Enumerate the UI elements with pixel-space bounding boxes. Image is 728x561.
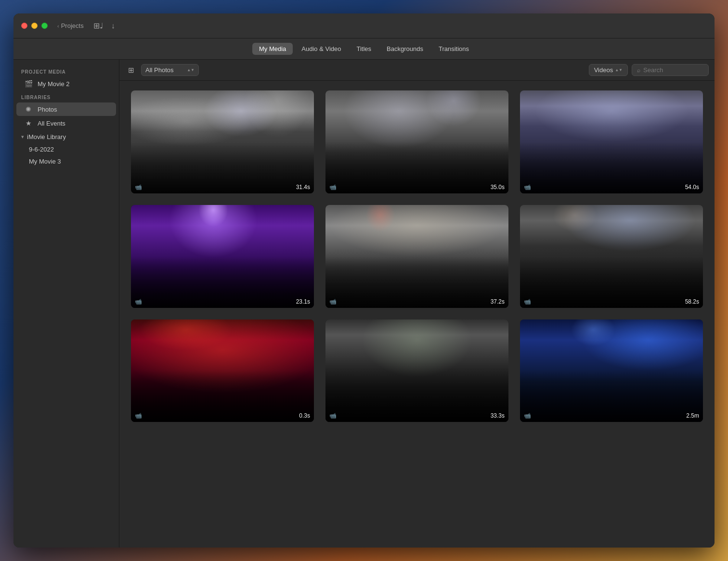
back-chevron-icon: ‹ bbox=[57, 23, 59, 29]
media-thumbnail: 📹 31.4s bbox=[131, 90, 314, 193]
media-overlay: 📹 2.5m bbox=[520, 412, 703, 419]
video-filter-label: Videos bbox=[594, 66, 613, 74]
star-icon: ★ bbox=[24, 119, 33, 127]
media-overlay: 📹 35.0s bbox=[325, 184, 508, 191]
duration-label: 2.5m bbox=[686, 412, 699, 419]
video-camera-icon: 📹 bbox=[524, 298, 531, 305]
filter-label: All Photos bbox=[145, 66, 174, 74]
search-input[interactable] bbox=[643, 66, 701, 74]
media-thumbnail: 📹 58.2s bbox=[520, 205, 703, 308]
media-grid: 📹 31.4s 📹 35.0s bbox=[119, 81, 715, 548]
video-camera-icon: 📹 bbox=[135, 184, 142, 191]
duration-label: 58.2s bbox=[685, 298, 699, 305]
film-icon: 🎬 bbox=[24, 80, 33, 88]
media-overlay: 📹 37.2s bbox=[325, 298, 508, 305]
duration-label: 35.0s bbox=[491, 184, 505, 191]
libraries-header: LIBRARIES bbox=[13, 91, 119, 102]
media-item[interactable]: 📹 37.2s bbox=[325, 205, 508, 308]
minimize-button[interactable] bbox=[31, 23, 38, 29]
media-item[interactable]: 📹 35.0s bbox=[325, 90, 508, 193]
media-item[interactable]: 📹 54.0s bbox=[520, 90, 703, 193]
video-camera-icon: 📹 bbox=[524, 412, 531, 419]
video-camera-icon: 📹 bbox=[135, 412, 142, 419]
media-thumbnail: 📹 2.5m bbox=[520, 319, 703, 422]
sidebar-item-9-6-2022[interactable]: 9-6-2022 bbox=[13, 143, 119, 155]
media-item[interactable]: 📹 2.5m bbox=[520, 319, 703, 422]
grid-view-button[interactable]: ⊞ bbox=[125, 64, 137, 76]
media-overlay: 📹 0.3s bbox=[131, 412, 314, 419]
traffic-lights bbox=[21, 23, 48, 29]
media-item[interactable]: 📹 23.1s bbox=[131, 205, 314, 308]
sidebar: PROJECT MEDIA 🎬 My Movie 2 LIBRARIES ✺ P… bbox=[13, 60, 119, 548]
main-area: PROJECT MEDIA 🎬 My Movie 2 LIBRARIES ✺ P… bbox=[13, 60, 715, 548]
search-icon: ⌕ bbox=[637, 67, 640, 74]
media-overlay: 📹 33.3s bbox=[325, 412, 508, 419]
chevron-down-icon: ▾ bbox=[21, 134, 24, 140]
duration-label: 54.0s bbox=[685, 184, 699, 191]
video-camera-icon: 📹 bbox=[135, 298, 142, 305]
media-thumbnail: 📹 33.3s bbox=[325, 319, 508, 422]
projects-label: Projects bbox=[61, 22, 84, 29]
sidebar-imovie-library[interactable]: ▾ iMovie Library bbox=[13, 130, 119, 143]
media-overlay: 📹 54.0s bbox=[520, 184, 703, 191]
duration-label: 23.1s bbox=[296, 298, 310, 305]
sidebar-group-label: iMovie Library bbox=[27, 133, 66, 140]
sidebar-item-my-movie-3[interactable]: My Movie 3 bbox=[13, 155, 119, 167]
tab-backgrounds[interactable]: Backgrounds bbox=[380, 43, 430, 55]
video-camera-icon: 📹 bbox=[524, 184, 531, 191]
search-bar: ⌕ bbox=[632, 64, 709, 76]
video-camera-icon: 📹 bbox=[329, 184, 337, 191]
media-item[interactable]: 📹 58.2s bbox=[520, 205, 703, 308]
media-item[interactable]: 📹 0.3s bbox=[131, 319, 314, 422]
tab-titles[interactable]: Titles bbox=[350, 43, 378, 55]
media-thumbnail: 📹 23.1s bbox=[131, 205, 314, 308]
titlebar: ‹ Projects ⊞♩ ↓ bbox=[13, 13, 715, 38]
sidebar-item-all-events[interactable]: ★ All Events bbox=[16, 116, 116, 130]
grid-music-icon[interactable]: ⊞♩ bbox=[93, 21, 104, 30]
media-thumbnail: 📹 0.3s bbox=[131, 319, 314, 422]
duration-label: 33.3s bbox=[491, 412, 505, 419]
sidebar-item-label: Photos bbox=[38, 106, 57, 113]
media-thumbnail: 📹 37.2s bbox=[325, 205, 508, 308]
filter-select[interactable]: All Photos ▲▼ bbox=[141, 64, 199, 76]
content-panel: ⊞ All Photos ▲▼ Videos ▲▼ ⌕ bbox=[119, 60, 715, 548]
download-icon[interactable]: ↓ bbox=[111, 22, 115, 30]
video-filter-select[interactable]: Videos ▲▼ bbox=[589, 64, 628, 76]
sidebar-item-photos[interactable]: ✺ Photos bbox=[16, 102, 116, 116]
media-overlay: 📹 23.1s bbox=[131, 298, 314, 305]
video-camera-icon: 📹 bbox=[329, 412, 337, 419]
tab-audio-video[interactable]: Audio & Video bbox=[295, 43, 348, 55]
app-window: ‹ Projects ⊞♩ ↓ My Media Audio & Video T… bbox=[13, 13, 715, 548]
video-filter-arrows-icon: ▲▼ bbox=[615, 68, 623, 72]
media-thumbnail: 📹 35.0s bbox=[325, 90, 508, 193]
duration-label: 31.4s bbox=[296, 184, 310, 191]
content-toolbar: ⊞ All Photos ▲▼ Videos ▲▼ ⌕ bbox=[119, 60, 715, 81]
media-overlay: 📹 31.4s bbox=[131, 184, 314, 191]
close-button[interactable] bbox=[21, 23, 27, 29]
tab-transitions[interactable]: Transitions bbox=[432, 43, 476, 55]
photos-icon: ✺ bbox=[24, 105, 33, 113]
nav-tabs: My Media Audio & Video Titles Background… bbox=[13, 38, 715, 60]
media-thumbnail: 📹 54.0s bbox=[520, 90, 703, 193]
video-camera-icon: 📹 bbox=[329, 298, 337, 305]
sidebar-item-my-movie-2[interactable]: 🎬 My Movie 2 bbox=[16, 77, 116, 90]
sidebar-item-label: All Events bbox=[38, 120, 65, 127]
filter-arrows-icon: ▲▼ bbox=[187, 68, 195, 72]
titlebar-icons: ⊞♩ ↓ bbox=[93, 21, 115, 30]
project-media-header: PROJECT MEDIA bbox=[13, 65, 119, 76]
projects-button[interactable]: ‹ Projects bbox=[57, 22, 84, 29]
media-item[interactable]: 📹 31.4s bbox=[131, 90, 314, 193]
duration-label: 37.2s bbox=[491, 298, 505, 305]
fullscreen-button[interactable] bbox=[41, 23, 48, 29]
media-overlay: 📹 58.2s bbox=[520, 298, 703, 305]
duration-label: 0.3s bbox=[299, 412, 310, 419]
tab-my-media[interactable]: My Media bbox=[252, 43, 293, 55]
media-item[interactable]: 📹 33.3s bbox=[325, 319, 508, 422]
sidebar-item-label: My Movie 2 bbox=[38, 80, 69, 88]
